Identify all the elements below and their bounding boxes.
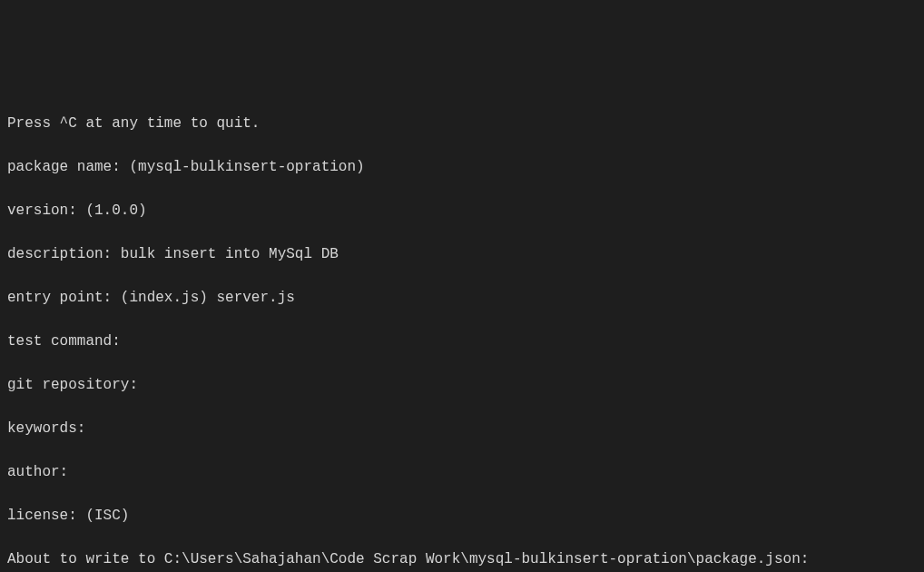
terminal-output[interactable]: Press ^C at any time to quit. package na…	[7, 91, 917, 572]
output-line: version: (1.0.0)	[7, 200, 917, 222]
output-line: description: bulk insert into MySql DB	[7, 243, 917, 265]
output-line: license: (ISC)	[7, 505, 917, 527]
output-line: test command:	[7, 330, 917, 352]
output-line: package name: (mysql-bulkinsert-opration…	[7, 156, 917, 178]
output-line: entry point: (index.js) server.js	[7, 287, 917, 309]
output-line: author:	[7, 461, 917, 483]
output-line: Press ^C at any time to quit.	[7, 113, 917, 134]
output-line: About to write to C:\Users\Sahajahan\Cod…	[7, 548, 917, 570]
output-line: git repository:	[7, 374, 917, 396]
output-line: keywords:	[7, 418, 917, 439]
